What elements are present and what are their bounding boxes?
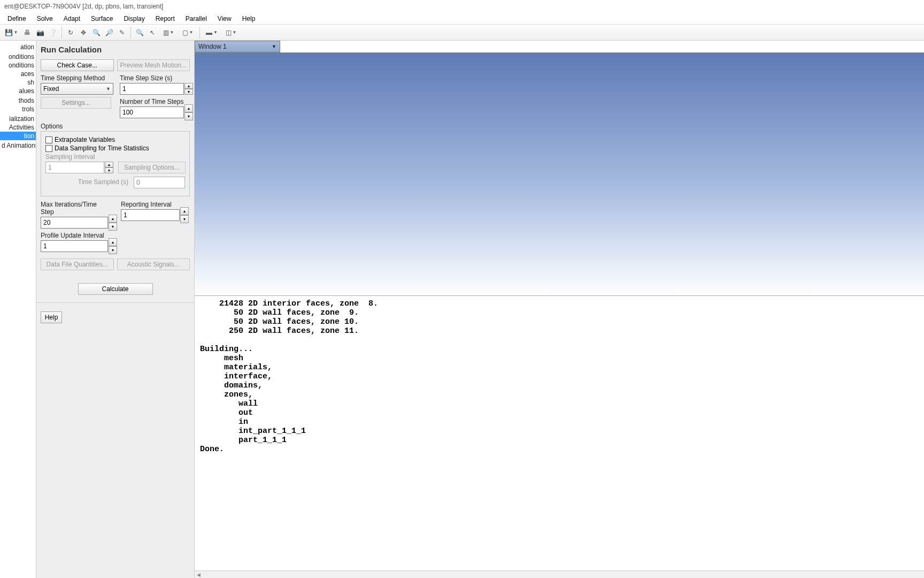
spin-up-icon: ▲ xyxy=(105,162,113,168)
separator xyxy=(61,27,62,39)
title-bar: ent@DESKTOP-7N9O04V [2d, dp, pbns, lam, … xyxy=(0,0,924,13)
tree-item[interactable]: onditions xyxy=(0,61,36,70)
menu-surface[interactable]: Surface xyxy=(86,14,118,24)
extrapolate-checkbox[interactable] xyxy=(45,136,52,143)
spin-up-icon[interactable]: ▲ xyxy=(180,207,189,215)
spin-down-icon[interactable]: ▼ xyxy=(180,215,189,223)
time-stepping-method-combo[interactable]: Fixed ▼ xyxy=(41,83,113,95)
panel-title: Run Calculation xyxy=(36,41,194,59)
menu-solve[interactable]: Solve xyxy=(32,14,58,24)
separator xyxy=(130,27,131,39)
pan-icon[interactable]: ✥ xyxy=(78,27,89,39)
time-step-size-input[interactable] xyxy=(120,83,184,95)
acoustic-signals-button: Acoustic Signals... xyxy=(117,258,190,270)
num-time-steps-label: Number of Time Steps xyxy=(120,98,184,105)
menu-adapt[interactable]: Adapt xyxy=(58,14,86,24)
sampling-options-button: Sampling Options... xyxy=(118,162,186,173)
window-select[interactable]: Window 1 ▼ xyxy=(195,41,280,52)
sampling-interval-label: Sampling Interval xyxy=(45,153,185,161)
time-sampled-input xyxy=(134,177,185,188)
calculate-button[interactable]: Calculate xyxy=(78,283,153,295)
views-icon[interactable]: ▥▼ xyxy=(159,27,178,39)
max-iter-input[interactable] xyxy=(41,217,108,229)
spin-up-icon[interactable]: ▲ xyxy=(184,104,193,112)
preview-mesh-button: Preview Mesh Motion... xyxy=(117,59,190,71)
num-time-steps-input[interactable] xyxy=(120,107,184,118)
extrapolate-label: Extrapolate Variables xyxy=(55,136,115,143)
tree-item-run-calculation[interactable]: tion xyxy=(0,132,36,140)
zoom-in-icon[interactable]: 🔍 xyxy=(90,27,102,39)
menu-help[interactable]: Help xyxy=(237,14,261,24)
save-icon[interactable]: 💾▼ xyxy=(2,27,20,39)
tree-item[interactable]: trols xyxy=(0,105,36,113)
render-area[interactable] xyxy=(195,52,924,295)
refresh-icon[interactable]: ↻ xyxy=(65,27,76,39)
time-stepping-method-label: Time Stepping Method xyxy=(41,74,113,82)
tree-item[interactable]: d Animations xyxy=(0,141,36,150)
spin-down-icon[interactable]: ▼ xyxy=(109,223,117,231)
time-sampled-label: Time Sampled (s) xyxy=(78,178,128,186)
data-file-quantities-button: Data File Quantities... xyxy=(41,258,114,270)
task-panel: Run Calculation Check Case... Preview Me… xyxy=(36,41,195,578)
tree-panel: ation onditions onditions aces sh alues … xyxy=(0,41,36,578)
camera-icon[interactable]: 📷 xyxy=(34,27,46,39)
time-stepping-method-value: Fixed xyxy=(43,85,59,93)
pointer-icon[interactable]: ↖ xyxy=(147,27,158,39)
fit-icon[interactable]: 🔍 xyxy=(134,27,145,39)
profile-update-input[interactable] xyxy=(41,240,108,252)
tree-item[interactable]: onditions xyxy=(0,52,36,61)
reporting-interval-label: Reporting Interval xyxy=(121,201,180,208)
separator xyxy=(199,27,200,39)
max-iter-label: Max Iterations/Time Step xyxy=(41,201,108,216)
tree-item[interactable]: ation xyxy=(0,43,36,51)
data-sampling-label: Data Sampling for Time Statistics xyxy=(55,144,149,152)
spin-down-icon[interactable]: ▼ xyxy=(109,246,117,254)
time-step-size-label: Time Step Size (s) xyxy=(120,74,184,82)
tree-item[interactable]: sh xyxy=(0,78,36,87)
options-label: Options xyxy=(41,123,190,130)
layout-icon[interactable]: ▢▼ xyxy=(179,27,197,39)
spin-up-icon[interactable]: ▲ xyxy=(184,83,193,89)
reporting-interval-input[interactable] xyxy=(121,209,180,221)
tree-item[interactable]: ialization xyxy=(0,115,36,123)
help-icon[interactable]: ❔ xyxy=(47,27,59,39)
menubar: Define Solve Adapt Surface Display Repor… xyxy=(0,13,924,25)
help-button[interactable]: Help xyxy=(41,311,62,323)
spin-down-icon[interactable]: ▼ xyxy=(184,89,193,95)
scroll-left-icon[interactable]: ◀ xyxy=(195,571,202,579)
tree-item[interactable]: Activities xyxy=(0,123,36,132)
console-scrollbar[interactable]: ◀ xyxy=(195,571,924,578)
zoom-box-icon[interactable]: 🔎 xyxy=(103,27,115,39)
data-sampling-checkbox[interactable] xyxy=(45,145,52,152)
spin-down-icon[interactable]: ▼ xyxy=(184,112,193,120)
menu-display[interactable]: Display xyxy=(118,14,150,24)
profile-update-label: Profile Update Interval xyxy=(41,232,108,239)
tree-item[interactable]: thods xyxy=(0,96,36,105)
check-case-button[interactable]: Check Case... xyxy=(41,59,114,71)
shade-icon[interactable]: ▬▼ xyxy=(203,27,221,39)
toolbar: 💾▼ 🖶 📷 ❔ ↻ ✥ 🔍 🔎 ✎ 🔍 ↖ ▥▼ ▢▼ ▬▼ ◫▼ xyxy=(0,25,924,41)
menu-parallel[interactable]: Parallel xyxy=(180,14,212,24)
menu-view[interactable]: View xyxy=(212,14,237,24)
cube-icon[interactable]: ◫▼ xyxy=(222,27,240,39)
chevron-down-icon: ▼ xyxy=(106,86,111,92)
settings-button: Settings... xyxy=(41,97,111,109)
sampling-interval-input xyxy=(45,162,104,173)
chevron-down-icon: ▼ xyxy=(272,44,276,49)
probe-icon[interactable]: ✎ xyxy=(116,27,128,39)
menu-report[interactable]: Report xyxy=(150,14,180,24)
spin-up-icon[interactable]: ▲ xyxy=(109,215,117,223)
spin-down-icon: ▼ xyxy=(105,168,113,173)
tree-item[interactable]: alues xyxy=(0,87,36,95)
spin-up-icon[interactable]: ▲ xyxy=(109,238,117,246)
menu-define[interactable]: Define xyxy=(2,14,32,24)
window-select-value: Window 1 xyxy=(198,43,227,50)
viewport-column: Window 1 ▼ 21428 2D interior faces, zone… xyxy=(195,41,924,578)
tree-item[interactable]: aces xyxy=(0,70,36,78)
print-icon[interactable]: 🖶 xyxy=(21,27,33,39)
console-output[interactable]: 21428 2D interior faces, zone 8. 50 2D w… xyxy=(195,295,924,571)
